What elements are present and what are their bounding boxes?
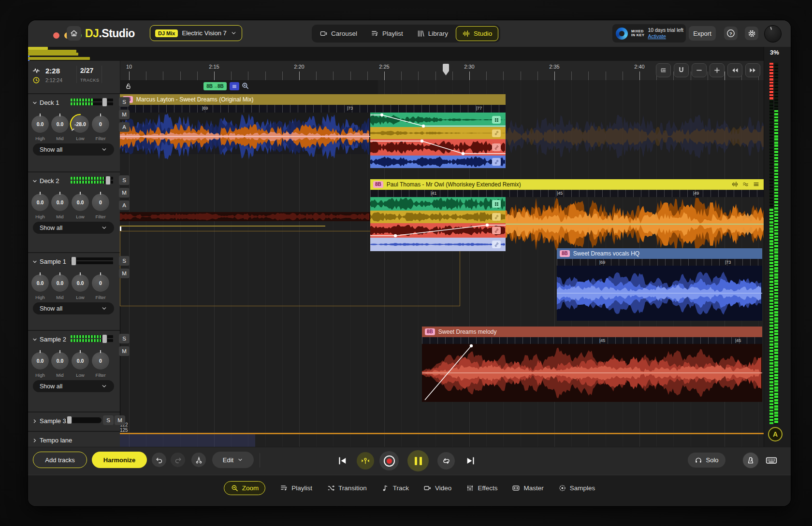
knob-low[interactable]: -28.0 bbox=[71, 115, 89, 133]
align-rows-button[interactable] bbox=[656, 63, 671, 77]
volume-slider-handle[interactable] bbox=[67, 416, 72, 424]
collapse-chevron-icon[interactable] bbox=[32, 438, 38, 443]
m-button-deck-1[interactable]: M bbox=[119, 110, 130, 119]
track4-header[interactable]: 8BSweet Dreams melody bbox=[422, 327, 762, 337]
a-button-deck-2[interactable]: A bbox=[119, 200, 130, 210]
transition-zoom-button[interactable] bbox=[241, 82, 250, 91]
collapse-chevron-icon[interactable] bbox=[32, 418, 38, 424]
s-button-sample-3[interactable]: S bbox=[103, 415, 114, 425]
a-button-deck-1[interactable]: A bbox=[119, 122, 130, 132]
lane-link-button[interactable] bbox=[492, 129, 501, 137]
add-tracks-button[interactable]: Add tracks bbox=[33, 452, 87, 468]
track3-edge-handle[interactable] bbox=[120, 227, 121, 231]
tempo-automation-line[interactable] bbox=[120, 433, 764, 434]
menu-icon[interactable] bbox=[753, 181, 760, 188]
undo-button[interactable] bbox=[152, 453, 166, 467]
project-selector[interactable]: DJ Mix Electric Vision 7 bbox=[150, 25, 242, 41]
activate-link[interactable]: Activate bbox=[648, 33, 683, 40]
snap-button[interactable] bbox=[674, 63, 689, 77]
volume-slider-handle[interactable] bbox=[71, 256, 76, 266]
s-button-sample-2[interactable]: S bbox=[119, 334, 130, 343]
collapse-chevron-icon[interactable] bbox=[32, 100, 38, 106]
solo-button[interactable]: Solo bbox=[688, 453, 725, 468]
collapse-chevron-icon[interactable] bbox=[32, 178, 38, 184]
track2-header[interactable]: 8BPaul Thomas - Mr Owl (Whoriskey Extend… bbox=[370, 179, 764, 190]
show-all-dropdown[interactable]: Show all bbox=[33, 302, 114, 314]
knob-low[interactable]: 0.0 bbox=[71, 352, 89, 370]
bottom-tab-effects[interactable]: Effects bbox=[466, 484, 497, 492]
lane-link-button[interactable] bbox=[492, 143, 501, 151]
overview-minimap[interactable] bbox=[28, 47, 764, 61]
show-all-dropdown[interactable]: Show all bbox=[33, 380, 114, 392]
bottom-tab-playlist[interactable]: Playlist bbox=[280, 484, 312, 492]
lane-link-button[interactable] bbox=[492, 227, 501, 234]
nav-tab-library[interactable]: Library bbox=[411, 27, 454, 41]
bottom-tab-master[interactable]: Master bbox=[512, 484, 543, 492]
shortcuts-button[interactable] bbox=[764, 454, 779, 467]
lane-grid-button[interactable] bbox=[492, 200, 501, 208]
rewind-button[interactable] bbox=[727, 63, 742, 77]
zoom-in-button[interactable] bbox=[710, 63, 725, 77]
envelope-view-icon[interactable] bbox=[742, 181, 749, 188]
knob-high[interactable]: 0.0 bbox=[31, 274, 49, 292]
skip-start-button[interactable] bbox=[336, 455, 348, 467]
volume-slider-handle[interactable] bbox=[105, 176, 111, 185]
m-button-sample-3[interactable]: M bbox=[115, 415, 125, 425]
export-button[interactable]: Export bbox=[689, 26, 716, 41]
volume-slider-handle[interactable] bbox=[102, 334, 107, 343]
help-button[interactable]: ? bbox=[724, 27, 738, 40]
skip-end-button[interactable] bbox=[464, 455, 477, 467]
knob-high[interactable]: 0.0 bbox=[31, 352, 49, 370]
record-button[interactable] bbox=[379, 451, 399, 470]
bottom-tab-video[interactable]: Video bbox=[423, 484, 451, 492]
edit-menu-button[interactable]: Edit bbox=[212, 452, 254, 468]
zoom-out-button[interactable] bbox=[692, 63, 707, 77]
bottom-tab-track[interactable]: Track bbox=[381, 484, 409, 492]
collapse-chevron-icon[interactable] bbox=[32, 337, 38, 342]
s-button-sample-1[interactable]: S bbox=[119, 256, 130, 266]
autogain-button[interactable]: A bbox=[768, 427, 783, 441]
bottom-tab-transition[interactable]: Transition bbox=[327, 484, 367, 492]
lane-link-button[interactable] bbox=[492, 241, 501, 248]
show-all-dropdown[interactable]: Show all bbox=[33, 222, 114, 234]
volume-slider-handle[interactable] bbox=[102, 98, 107, 107]
pause-button[interactable] bbox=[407, 450, 429, 471]
waveform-view-icon[interactable] bbox=[731, 181, 739, 188]
m-button-deck-2[interactable]: M bbox=[119, 188, 130, 198]
s-button-deck-2[interactable]: S bbox=[119, 175, 130, 185]
collapse-chevron-icon[interactable] bbox=[32, 259, 38, 265]
follow-playhead-button[interactable] bbox=[357, 452, 374, 469]
track3-header[interactable]: 8BSweet Dreams vocals HQ bbox=[557, 248, 762, 259]
knob-filter[interactable]: 0 bbox=[91, 115, 110, 133]
lane-link-button[interactable] bbox=[492, 213, 501, 221]
knob-filter[interactable]: 0 bbox=[91, 193, 110, 212]
s-button-deck-1[interactable]: S bbox=[119, 97, 130, 107]
home-button[interactable] bbox=[67, 26, 81, 41]
fast-forward-button[interactable] bbox=[745, 63, 760, 77]
knob-low[interactable]: 0.0 bbox=[71, 274, 89, 292]
bottom-tab-samples[interactable]: Samples bbox=[558, 484, 595, 492]
knob-high[interactable]: 0.0 bbox=[31, 115, 49, 133]
redo-button[interactable] bbox=[171, 453, 185, 467]
timeline-canvas[interactable]: 8BMarcus Layton - Sweet Dreams (Original… bbox=[120, 80, 764, 447]
loop-button[interactable] bbox=[437, 452, 455, 469]
track1-header[interactable]: 8BMarcus Layton - Sweet Dreams (Original… bbox=[120, 94, 506, 105]
knob-high[interactable]: 0.0 bbox=[31, 193, 49, 212]
nav-tab-studio[interactable]: Studio bbox=[456, 26, 498, 41]
nav-tab-carousel[interactable]: Carousel bbox=[314, 27, 363, 41]
m-button-sample-2[interactable]: M bbox=[119, 346, 130, 356]
window-close-button[interactable] bbox=[53, 32, 59, 39]
metronome-button[interactable] bbox=[742, 452, 759, 469]
knob-mid[interactable]: 0.0 bbox=[51, 274, 69, 292]
knob-low[interactable]: 0.0 bbox=[71, 193, 89, 212]
time-ruler[interactable]: 102:152:202:252:302:352:40 bbox=[120, 61, 764, 81]
knob-mid[interactable]: 0.0 bbox=[51, 115, 69, 133]
knob-mid[interactable]: 0.0 bbox=[51, 193, 69, 212]
settings-button[interactable] bbox=[745, 27, 758, 40]
harmonize-button[interactable]: Harmonize bbox=[92, 452, 147, 468]
lane-grid-button[interactable] bbox=[492, 116, 501, 124]
nav-tab-playlist[interactable]: Playlist bbox=[365, 27, 409, 41]
show-all-dropdown[interactable]: Show all bbox=[33, 143, 114, 156]
unlock-icon[interactable] bbox=[125, 83, 132, 90]
m-button-sample-1[interactable]: M bbox=[119, 269, 130, 278]
